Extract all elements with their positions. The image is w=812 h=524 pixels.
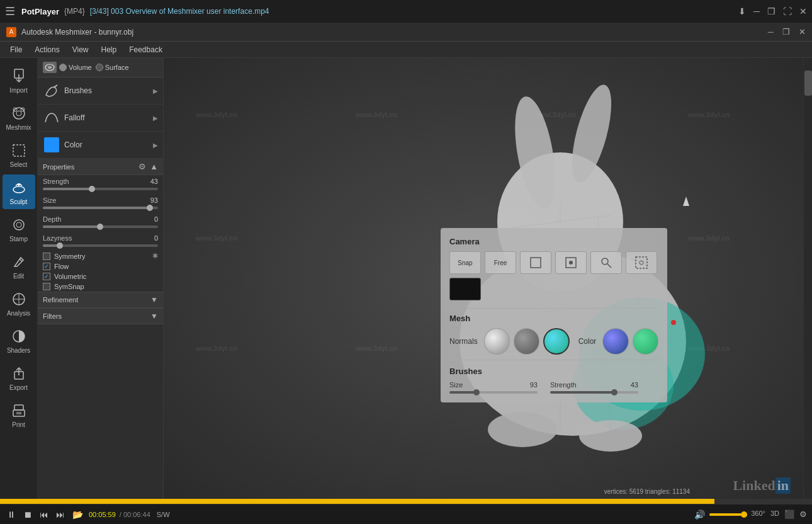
falloff-row[interactable]: Falloff ▶: [43, 108, 158, 127]
strength-popup-thumb[interactable]: [611, 389, 617, 396]
progress-track[interactable]: [0, 499, 812, 504]
sidebar-item-edit[interactable]: Edit: [3, 249, 35, 283]
lazyness-slider[interactable]: [43, 244, 158, 247]
menu-view[interactable]: View: [66, 44, 95, 55]
brushes-row[interactable]: Brushes ▶: [43, 81, 158, 100]
brushes-section: Brushes ▶: [38, 77, 163, 105]
menu-help[interactable]: Help: [95, 44, 123, 55]
size-popup-label: Size: [449, 381, 463, 389]
progress-bar[interactable]: [0, 499, 812, 504]
properties-gear-icon[interactable]: ⚙: [138, 162, 146, 171]
zoom-select-button[interactable]: [626, 251, 657, 274]
free-button[interactable]: Free: [485, 251, 516, 274]
restore-button[interactable]: ❐: [767, 6, 775, 16]
scroll-thumb[interactable]: [804, 71, 812, 96]
lazyness-label: Lazyness: [43, 234, 72, 242]
strength-popup-slider[interactable]: [550, 391, 638, 394]
time-current: 00:05:59: [89, 511, 116, 518]
aspect-button[interactable]: ⬛: [784, 510, 794, 519]
surface-radio-circle[interactable]: [96, 64, 103, 71]
strength-fill: [43, 188, 93, 190]
lazyness-thumb[interactable]: [57, 242, 63, 249]
fullscreen-button[interactable]: ⛶: [783, 6, 792, 16]
sidebar-item-export[interactable]: Export: [3, 360, 35, 395]
sidebar-item-print[interactable]: Print: [3, 397, 35, 432]
sidebar-item-import[interactable]: Import: [3, 63, 35, 98]
sidebar-item-shaders[interactable]: Shaders: [3, 323, 35, 358]
mixer-minimize[interactable]: ─: [768, 27, 774, 37]
sidebar-item-analysis[interactable]: Analysis: [3, 286, 35, 321]
select-icon: [9, 141, 28, 160]
size-prop: Size 93: [38, 194, 163, 213]
sidebar-item-sculpt[interactable]: Sculpt: [3, 174, 35, 209]
depth-slider[interactable]: [43, 225, 158, 228]
mixer-close[interactable]: ✕: [799, 27, 806, 37]
volume-radio[interactable]: Volume: [59, 64, 92, 71]
sidebar-item-stamp[interactable]: Stamp: [3, 212, 35, 246]
properties-collapse-icon[interactable]: ▲: [150, 162, 158, 171]
menu-icon[interactable]: ☰: [5, 4, 15, 18]
next-button[interactable]: ⏭: [54, 510, 67, 520]
volume-radio-circle[interactable]: [59, 64, 67, 71]
volume-icon[interactable]: 🔊: [692, 510, 707, 520]
svg-line-11: [20, 259, 22, 261]
size-slider[interactable]: [43, 207, 158, 209]
menu-feedback[interactable]: Feedback: [123, 44, 169, 55]
color-swatch-2[interactable]: [633, 328, 658, 355]
zoom-fit-button[interactable]: [590, 251, 622, 274]
menu-actions[interactable]: Actions: [28, 44, 65, 55]
3d-tag[interactable]: 3D: [770, 510, 779, 519]
open-button[interactable]: 📂: [70, 510, 85, 520]
size-thumb[interactable]: [147, 205, 153, 211]
sidebar-item-meshmix[interactable]: Meshmix: [3, 100, 35, 135]
stop-button[interactable]: ⏹: [21, 510, 34, 520]
360-tag[interactable]: 360°: [751, 510, 765, 519]
flow-checkbox[interactable]: ✓: [43, 263, 50, 270]
color-swatch-icon: [43, 137, 60, 152]
strength-label: Strength: [43, 178, 69, 185]
strength-popup-label: Strength: [550, 381, 577, 389]
settings-button[interactable]: ⚙: [799, 510, 807, 519]
symmetry-star[interactable]: ✱: [152, 252, 158, 260]
center-button[interactable]: [555, 251, 587, 274]
filters-header[interactable]: Filters ▼: [38, 308, 163, 324]
viewport[interactable]: www.3dyl.cn www.3dyl.cn www.3dyl.cn www.…: [164, 58, 803, 499]
shaders-icon: [9, 327, 28, 346]
volumetric-checkbox[interactable]: ✓: [43, 273, 50, 280]
symmetry-checkbox[interactable]: [43, 253, 50, 260]
depth-thumb[interactable]: [97, 224, 103, 230]
normals-swatch-1[interactable]: [484, 328, 510, 355]
minimize-button[interactable]: ─: [753, 6, 760, 16]
close-button[interactable]: ✕: [799, 6, 807, 16]
background-button[interactable]: [449, 278, 481, 300]
sidebar-item-select[interactable]: Select: [3, 137, 35, 172]
refinement-header[interactable]: Refinement ▼: [38, 292, 163, 308]
tool-panel: Volume Surface Brushes ▶: [38, 58, 164, 499]
strength-slider[interactable]: [43, 188, 158, 190]
normals-swatch-3[interactable]: [543, 328, 569, 355]
prev-button[interactable]: ⏮: [38, 510, 50, 520]
menu-file[interactable]: File: [4, 44, 28, 55]
symsnap-checkbox[interactable]: [43, 283, 50, 290]
color-row[interactable]: Color ▶: [43, 135, 158, 154]
size-popup-slider[interactable]: [449, 391, 538, 394]
strength-thumb[interactable]: [89, 186, 95, 192]
normals-swatch-2[interactable]: [514, 328, 539, 355]
vertex-stats: vertices: 5619 triangles: 11134: [604, 488, 690, 495]
strength-prop: Strength 43: [38, 175, 163, 194]
mixer-title: Autodesk Meshmixer - bunnyr.obj: [21, 28, 768, 37]
strength-popup-value: 43: [631, 381, 638, 389]
snap-button[interactable]: Snap: [449, 251, 481, 274]
color-swatch-1[interactable]: [602, 328, 628, 355]
pin-button[interactable]: ⬇: [738, 6, 746, 16]
volume-slider[interactable]: [709, 513, 747, 516]
mixer-restore[interactable]: ❐: [782, 27, 790, 37]
pause-button[interactable]: ⏸: [5, 510, 18, 520]
size-value: 93: [150, 196, 158, 204]
surface-radio[interactable]: Surface: [96, 64, 129, 71]
volume-thumb[interactable]: [741, 511, 747, 518]
ortho-button[interactable]: [520, 251, 551, 274]
analysis-icon: [9, 290, 28, 309]
scrollbar-right[interactable]: [803, 58, 812, 499]
size-popup-thumb[interactable]: [473, 389, 480, 396]
